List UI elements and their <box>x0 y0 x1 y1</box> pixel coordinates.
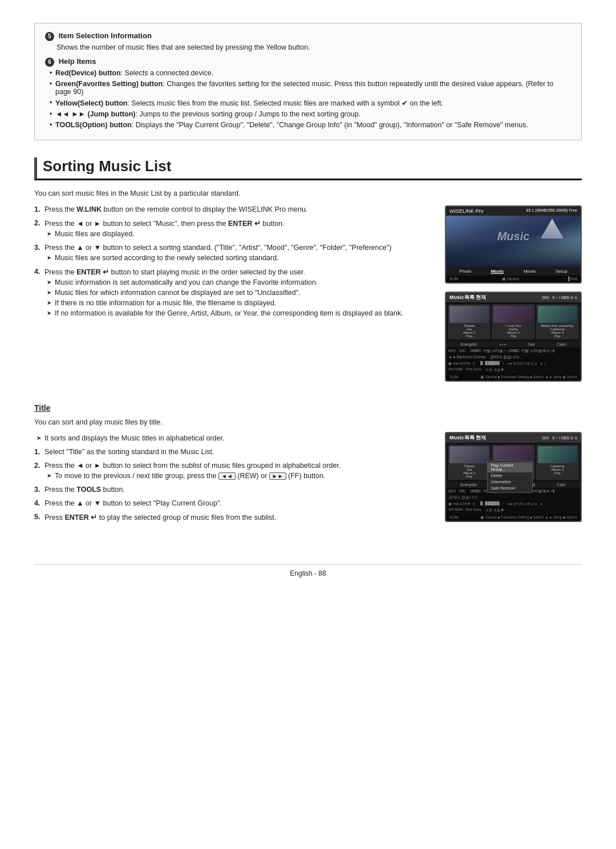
step-4-sub-1: Music information is set automatically a… <box>47 278 433 286</box>
tv-div-text-3: DIV 0 ~ I KBS 0~1 <box>542 436 577 440</box>
tv-exit: →▐ Exit <box>562 277 577 281</box>
tv3-cell-2: I Love You Play Current Group... Delete … <box>492 444 534 480</box>
tv-mood-bar: Energetic • • • Sad Calm <box>446 341 581 347</box>
tv-info-bar-3: ▣ Title STAT♥ 0 ▐▌ ██████ ♪ ▸◂ 모더리 나르고 s… <box>446 361 581 367</box>
title-step-2: Press the ◄ or ► button to select from t… <box>34 462 433 480</box>
help-item-1: Red(Device) button: Selects a connected … <box>50 69 571 77</box>
section6-number: 6 <box>45 58 54 67</box>
mood-calm: Calm <box>557 342 566 346</box>
tv-music-grid-2: Thanks Joe Album 1 Pop I Love You Darby … <box>446 302 581 341</box>
tv-menu-movie: Movie <box>524 269 536 274</box>
tv-music-header-3: Music목록 현재 DIV 0 ~ I KBS 0~1 <box>446 433 581 443</box>
tv-cell-img-1 <box>449 306 489 323</box>
tv3-info-bar-2: 관악다 접습니다 <box>446 495 581 502</box>
rew-key: ◄◄ <box>218 472 236 480</box>
tv-header-left: WISELINK Pro <box>449 208 484 214</box>
title-step-5: Press ENTER ↵ to play the selected group… <box>34 513 433 521</box>
second-left-column: It sorts and displays the Music titles i… <box>34 432 433 530</box>
help-item-5: TOOLS(Option) button: Displays the "Play… <box>50 121 571 129</box>
tv-music-grid-3: Thanks Joe Album 1 Pop I Love You Play C… <box>446 443 581 482</box>
tv-cell-genre-1: Pop <box>449 334 489 338</box>
help-item-2: Green(Favorites Setting) button: Changes… <box>50 80 571 96</box>
tv-cell-img-3 <box>538 306 577 323</box>
mood-energetic: Energetic <box>460 342 477 346</box>
mood-sad: Sad <box>528 342 534 346</box>
context-menu-delete: Delete <box>488 472 532 479</box>
tv-cell-genre-3: Pop <box>538 334 577 338</box>
tv-menu-music: Music <box>491 269 504 274</box>
tv-screen-3: Music목록 현재 DIV 0 ~ I KBS 0~1 Thanks Joe … <box>445 432 582 522</box>
tv3-mood-calm: Calm <box>557 483 566 487</box>
tv-status-bar-2: SUM ▣ Device ■ Favorites Setting ■ Selec… <box>446 374 581 381</box>
title-step-3: Press the TOOLS button. <box>34 486 433 494</box>
title-pre-steps: It sorts and displays the Music titles i… <box>37 434 433 442</box>
tv-info-bar: ADV MIC OMBC 거발 스타일~~ OMBC 거발 스타일에서 새 <box>446 347 581 355</box>
tv-div-text: DIV 0 ~ I KBS 0~1 <box>542 296 577 300</box>
tv-header-right: 85.1 (88MB/95E.06MB) Free <box>526 208 578 214</box>
tv3-cell-img-3 <box>538 446 577 463</box>
step-3-sub-1: Music files are sorted according to the … <box>47 254 433 262</box>
tv-image-1: Music <box>446 216 581 267</box>
tv-menu-photo: Photo <box>459 269 471 274</box>
title-steps: Select "Title" as the sorting standard i… <box>34 448 433 521</box>
second-right-column: Music목록 현재 DIV 0 ~ I KBS 0~1 Thanks Joe … <box>445 432 582 530</box>
ff-key: ►► <box>269 472 286 480</box>
help-box: 5 Item Selection Information Shows the n… <box>34 23 582 140</box>
tv3-mood-energetic: Energetic <box>460 483 477 487</box>
title-section: Title You can sort and play music files … <box>34 403 582 530</box>
tv3-cell-genre-1: Pop <box>449 475 489 478</box>
right-column: WISELINK Pro 85.1 (88MB/95E.06MB) Free M… <box>445 205 582 390</box>
sorting-intro: You can sort music files in the Music Li… <box>34 189 582 197</box>
tv-screen-1: WISELINK Pro 85.1 (88MB/95E.06MB) Free M… <box>445 205 582 284</box>
tv3-cell-genre-3: Pop <box>538 471 577 475</box>
step-4-sub-2: Music files for which information cannot… <box>47 289 433 297</box>
title-pre-step-1: It sorts and displays the Music titles i… <box>37 434 433 442</box>
help-item-3: Yellow(Select) button: Selects music fil… <box>50 99 571 107</box>
tv-music-grid-wrapper: Thanks Joe Album 1 Pop I Love You Play C… <box>446 443 581 482</box>
tv3-info-bar-4: SW AMM 45% Surfs 도전 르덤◀ <box>446 508 581 514</box>
sorting-steps: Press the W.LINK button on the remote co… <box>34 205 433 317</box>
tv3-bottom-bar: ▣ Device ■ Favorites Setting ■ Select ◄◄… <box>480 515 577 520</box>
context-menu-info: Information <box>488 479 532 485</box>
context-menu-play: Play Current Group... <box>488 462 532 472</box>
tv3-sum: SUM <box>449 515 459 520</box>
page-title: Sorting Music List <box>34 157 582 180</box>
tv-menu-setup: Setup <box>556 269 568 274</box>
step-4: Press the ENTER ↵ button to start playin… <box>34 268 433 317</box>
step-3: Press the ▲ or ▼ button to select a sort… <box>34 244 433 262</box>
tv-music-title: Music목록 현재 <box>449 294 486 301</box>
help-items-list: Red(Device) button: Selects a connected … <box>50 69 571 129</box>
second-main-content: It sorts and displays the Music titles i… <box>34 432 582 530</box>
title-step-2-sub: To move to the previous / next title gro… <box>47 472 433 480</box>
title-heading: Title <box>34 403 582 413</box>
tv-info-bar-4: SW AMM 45% Surfs 도전 르덤◀ <box>446 367 581 374</box>
tv-cell-genre-2: Pop <box>493 334 533 338</box>
tv-info-bar-2: ◄◄ Backnext Cinema 관악다 접습니다 <box>446 355 581 361</box>
tv-music-title-3: Music목록 현재 <box>449 434 486 442</box>
section5-title: 5 Item Selection Information <box>45 31 571 41</box>
tv-menu-1: Photo Music Movie Setup <box>446 267 581 276</box>
left-column: Press the W.LINK button on the remote co… <box>34 205 433 390</box>
tv-cell-3: Better than yesterday Catherine Album 3 … <box>536 304 579 339</box>
tv-device: ▣ Device <box>502 277 519 281</box>
page-footer: English - 88 <box>34 564 582 577</box>
step-4-sub-4: If no information is available for the G… <box>47 309 433 317</box>
tv3-cell-1: Thanks Joe Album 1 Pop <box>448 444 491 480</box>
tv-bottom-1: SUM ▣ Device →▐ Exit <box>446 276 581 282</box>
context-menu: Play Current Group... Delete Information… <box>487 460 533 493</box>
tv3-status-bar: SUM ▣ Device ■ Favorites Setting ■ Selec… <box>446 514 581 521</box>
step-1: Press the W.LINK button on the remote co… <box>34 205 433 213</box>
tv-sum: SUM <box>449 277 459 281</box>
tv-cell-2: I Love You Darby Album 2 Pop <box>492 304 534 339</box>
tv3-info-bar-3: ▣ Title STAT♥ 0 ▐▌ ██████ ♪ ▸◂ 모더리 나르고 s… <box>446 502 581 508</box>
tv-cell-img-2 <box>493 306 533 323</box>
title-intro: You can sort and play music files by tit… <box>34 418 582 426</box>
section6-title: 6 Help Items <box>45 57 571 67</box>
tv-cell-1: Thanks Joe Album 1 Pop <box>448 304 491 339</box>
tv3-cell-3: Catherine Album 3 Pop <box>536 444 579 480</box>
title-step-4: Press the ▲ or ▼ button to select "Play … <box>34 499 433 507</box>
section5-number: 5 <box>45 32 54 41</box>
step-4-sub-3: If there is no title information for a m… <box>47 299 433 307</box>
tv-sum-2: SUM <box>449 375 459 379</box>
mood-dots: • • • <box>499 342 505 346</box>
